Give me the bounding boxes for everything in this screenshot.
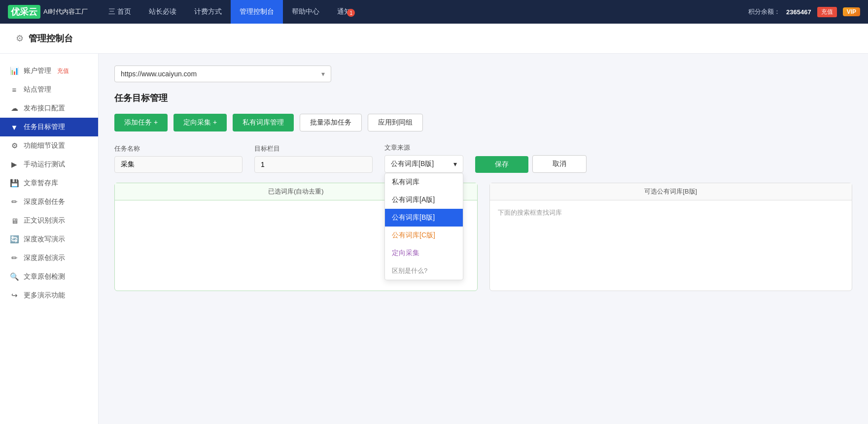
sidebar-recharge-link[interactable]: 充值 (57, 67, 69, 75)
points-value: 2365467 (786, 8, 811, 16)
available-library-box: 可选公有词库[B版] 下面的搜索框查找词库 (489, 183, 853, 291)
sidebar-label-manual: 手动运行测试 (24, 160, 65, 169)
source-dropdown[interactable]: 公有词库[B版] ▾ (384, 155, 463, 173)
source-value: 公有词库[B版] (391, 160, 434, 168)
option-public-a[interactable]: 公有词库[A版] (385, 191, 463, 209)
option-directed-collect[interactable]: 定向采集 (385, 244, 463, 262)
notification-count: 1 (347, 9, 355, 17)
option-private-library[interactable]: 私有词库 (385, 173, 463, 191)
word-library-section: 已选词库(自动去重) 可选公有词库[B版] 下面的搜索框查找词库 (114, 183, 852, 291)
logo-brand: 优采云 (8, 5, 40, 19)
sidebar-item-text-recog[interactable]: 🖥 正文识别演示 (0, 211, 98, 230)
cloud-icon: ☁ (10, 104, 19, 113)
sidebar-label-more-demo: 更多演示功能 (24, 291, 65, 300)
source-dropdown-wrapper: 公有词库[B版] ▾ 私有词库 公有词库[A版] 公有词库[B版] 公有词库[C… (384, 155, 463, 173)
task-name-group: 任务名称 (114, 144, 243, 173)
add-task-button[interactable]: 添加任务 + (114, 114, 168, 131)
vip-badge: VIP (843, 7, 860, 16)
action-buttons: 添加任务 + 定向采集 + 私有词库管理 批量添加任务 应用到同组 (114, 114, 852, 131)
page-title: 管理控制台 (29, 33, 73, 44)
monitor-icon: 🖥 (10, 217, 19, 225)
settings-icon: ⚙ (16, 33, 24, 44)
option-public-b[interactable]: 公有词库[B版] (385, 209, 463, 227)
topnav-right: 积分余额： 2365467 充值 VIP (748, 7, 860, 17)
option-public-c[interactable]: 公有词库[C版] (385, 227, 463, 244)
sidebar-label-account: 账户管理 (24, 66, 51, 75)
target-column-group: 目标栏目 (254, 144, 373, 173)
nav-notification[interactable]: 通知 1 (328, 0, 360, 24)
content-area: 📊 账户管理 充值 ≡ 站点管理 ☁ 发布接口配置 ▼ 任务目标管理 ⚙ 功能细… (0, 54, 868, 424)
sidebar-item-feature[interactable]: ⚙ 功能细节设置 (0, 136, 98, 155)
available-library-hint: 下面的搜索框查找词库 (490, 200, 852, 225)
pencil-icon: ✏ (10, 197, 19, 206)
dropdown-arrow-icon: ▾ (321, 70, 325, 78)
play-icon: ▶ (10, 160, 19, 169)
sidebar-item-deep-rewrite[interactable]: 🔄 深度改写演示 (0, 230, 98, 249)
nav-console[interactable]: 管理控制台 (231, 0, 283, 24)
task-name-input[interactable] (114, 156, 243, 173)
source-label: 文章来源 (384, 143, 463, 152)
main-content: https://www.ucaiyun.com ▾ 任务目标管理 添加任务 + … (99, 54, 868, 424)
nav-home[interactable]: 三 首页 (100, 0, 140, 24)
sidebar-item-account[interactable]: 📊 账户管理 充值 (0, 62, 98, 80)
source-group: 文章来源 公有词库[B版] ▾ 私有词库 公有词库[A版] 公有词库[B版] 公… (384, 143, 463, 173)
source-dropdown-menu: 私有词库 公有词库[A版] 公有词库[B版] 公有词库[C版] 定向采集 区别是… (384, 173, 463, 280)
sidebar-item-draft[interactable]: 💾 文章暂存库 (0, 174, 98, 193)
url-value: https://www.ucaiyun.com (121, 70, 197, 78)
logo: 优采云 AI时代内容工厂 (8, 5, 88, 19)
task-name-label: 任务名称 (114, 144, 243, 153)
recharge-button[interactable]: 充值 (817, 7, 837, 17)
sidebar-label-site: 站点管理 (24, 85, 51, 94)
top-navigation: 优采云 AI时代内容工厂 三 首页 站长必读 计费方式 管理控制台 帮助中心 通… (0, 0, 868, 24)
nav-help[interactable]: 帮助中心 (283, 0, 328, 24)
source-dropdown-arrow-icon: ▾ (453, 160, 457, 168)
save-cancel-group: 保存 取消 (475, 155, 587, 173)
refresh-icon: 🔄 (10, 235, 19, 244)
save-button[interactable]: 保存 (475, 156, 528, 173)
cancel-button[interactable]: 取消 (532, 155, 587, 173)
sidebar-item-publish[interactable]: ☁ 发布接口配置 (0, 99, 98, 118)
sidebar-label-publish: 发布接口配置 (24, 104, 65, 113)
sidebar-item-more-demo[interactable]: ↪ 更多演示功能 (0, 286, 98, 305)
directed-collect-button[interactable]: 定向采集 + (174, 114, 227, 131)
sidebar-label-original-check: 文章原创检测 (24, 272, 65, 281)
available-library-header: 可选公有词库[B版] (490, 183, 852, 200)
filter-icon: ▼ (10, 123, 19, 131)
target-column-label: 目标栏目 (254, 144, 373, 153)
private-library-button[interactable]: 私有词库管理 (233, 114, 294, 131)
list-icon: ≡ (10, 86, 19, 94)
save-icon: 💾 (10, 179, 19, 188)
sidebar-label-deep-original-demo: 深度原创演示 (24, 254, 65, 262)
edit-icon: ✏ (10, 254, 19, 262)
form-row: 任务名称 目标栏目 文章来源 公有词库[B版] ▾ 私有词库 公有词库[A (114, 143, 852, 173)
sidebar-item-manual[interactable]: ▶ 手动运行测试 (0, 155, 98, 174)
sidebar-item-deep-original-demo[interactable]: ✏ 深度原创演示 (0, 249, 98, 267)
target-column-input[interactable] (254, 156, 373, 173)
sidebar-label-draft: 文章暂存库 (24, 179, 58, 188)
gear-icon: ⚙ (10, 141, 19, 150)
nav-must-read[interactable]: 站长必读 (140, 0, 185, 24)
sidebar-label-deep-rewrite: 深度改写演示 (24, 235, 65, 244)
apply-group-button[interactable]: 应用到同组 (368, 114, 423, 131)
page-header: ⚙ 管理控制台 (0, 24, 868, 54)
logo-tagline: AI时代内容工厂 (43, 7, 88, 16)
sidebar-label-deep-original: 深度原创任务 (24, 197, 65, 206)
nav-items: 三 首页 站长必读 计费方式 管理控制台 帮助中心 通知 1 (100, 0, 360, 24)
url-dropdown[interactable]: https://www.ucaiyun.com ▾ (114, 65, 331, 82)
chart-icon: 📊 (10, 66, 19, 75)
arrow-icon: ↪ (10, 291, 19, 300)
sidebar-item-site[interactable]: ≡ 站点管理 (0, 80, 98, 99)
sidebar: 📊 账户管理 充值 ≡ 站点管理 ☁ 发布接口配置 ▼ 任务目标管理 ⚙ 功能细… (0, 54, 99, 424)
points-label: 积分余额： (748, 7, 780, 16)
sidebar-item-original-check[interactable]: 🔍 文章原创检测 (0, 267, 98, 286)
sidebar-label-task: 任务目标管理 (24, 123, 65, 131)
option-difference[interactable]: 区别是什么? (385, 262, 463, 280)
sidebar-label-feature: 功能细节设置 (24, 141, 65, 150)
sidebar-item-task[interactable]: ▼ 任务目标管理 (0, 118, 98, 136)
search-icon: 🔍 (10, 272, 19, 281)
sidebar-label-text-recog: 正文识别演示 (24, 216, 65, 225)
sidebar-item-deep-original[interactable]: ✏ 深度原创任务 (0, 193, 98, 211)
section-title: 任务目标管理 (114, 92, 852, 104)
batch-add-button[interactable]: 批量添加任务 (300, 114, 362, 131)
nav-billing[interactable]: 计费方式 (185, 0, 231, 24)
